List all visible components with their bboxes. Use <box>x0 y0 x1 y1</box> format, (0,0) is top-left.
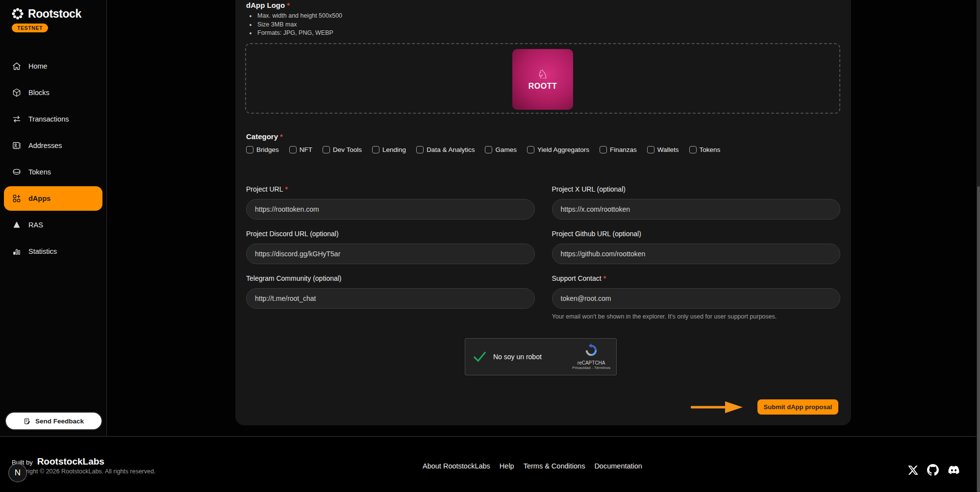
project-x-url-input[interactable] <box>552 199 841 220</box>
footer-link-documentation[interactable]: Documentation <box>594 462 642 470</box>
field-project-url: Project URL* <box>246 185 535 220</box>
knight-icon: ♘ <box>537 68 548 80</box>
rootstock-logo-icon <box>11 7 25 21</box>
checkbox[interactable] <box>416 146 424 153</box>
sidebar-item-label: dApps <box>28 195 50 202</box>
sidebar-item-addresses[interactable]: Addresses <box>0 132 106 159</box>
scrollbar-thumb[interactable] <box>977 186 980 492</box>
field-project-discord-url: Project Discord URL (optional) <box>246 230 535 264</box>
required-mark: * <box>285 185 287 193</box>
built-by: Built byRootstockLabs <box>12 456 104 467</box>
sidebar-item-home[interactable]: Home <box>0 53 106 79</box>
category-options: Bridges NFT Dev Tools Lending Data & Ana… <box>246 146 720 153</box>
logo-preview-tile[interactable]: ♘ ROOTT <box>512 49 573 110</box>
footer: Built byRootstockLabs Copyright © 2026 R… <box>0 436 980 492</box>
category-checkbox-data-analytics[interactable]: Data & Analytics <box>416 146 475 153</box>
support-contact-input[interactable] <box>552 288 841 309</box>
required-mark: * <box>287 1 290 9</box>
send-feedback-button[interactable]: Send Feedback <box>6 413 101 429</box>
field-telegram-community: Telegram Community (optional) <box>246 274 535 320</box>
category-checkbox-nft[interactable]: NFT <box>289 146 312 153</box>
overlay-badge[interactable]: N <box>8 464 27 482</box>
required-mark: * <box>603 274 606 282</box>
scrollbar[interactable] <box>977 0 980 492</box>
sidebar-item-tokens[interactable]: Tokens <box>0 159 106 185</box>
sidebar-item-label: Statistics <box>28 247 57 255</box>
submit-row: Submit dApp proposal <box>691 399 838 415</box>
footer-links: About RootstockLabs Help Terms & Conditi… <box>423 462 642 470</box>
category-checkbox-bridges[interactable]: Bridges <box>246 146 279 153</box>
checkbox[interactable] <box>647 146 654 153</box>
footer-link-about[interactable]: About RootstockLabs <box>423 462 490 470</box>
sidebar-item-transactions[interactable]: Transactions <box>0 106 106 132</box>
recaptcha-widget[interactable]: No soy un robot reCAPTCHA Privacidad - T… <box>465 338 617 375</box>
project-github-url-input[interactable] <box>552 244 841 264</box>
telegram-community-input[interactable] <box>246 288 535 309</box>
dapp-proposal-card: dApp Logo* Max. width and height 500x500… <box>235 0 851 425</box>
required-mark: * <box>280 132 283 141</box>
category-checkbox-tokens[interactable]: Tokens <box>689 146 721 153</box>
sidebar-item-dapps[interactable]: dApps <box>4 186 102 211</box>
category-checkbox-yield-aggregators[interactable]: Yield Aggregators <box>527 146 589 153</box>
recaptcha-check-icon <box>472 349 487 364</box>
project-url-input[interactable] <box>246 199 535 220</box>
discord-icon[interactable] <box>947 465 960 475</box>
category-checkbox-dev-tools[interactable]: Dev Tools <box>323 146 362 153</box>
category-label: Category* <box>246 132 283 141</box>
category-checkbox-games[interactable]: Games <box>485 146 517 153</box>
checkbox[interactable] <box>323 146 330 153</box>
checkbox[interactable] <box>289 146 297 153</box>
logo-dropzone[interactable]: ♘ ROOTT <box>245 43 840 114</box>
checkbox[interactable] <box>246 146 253 153</box>
sidebar-item-label: Tokens <box>28 168 51 176</box>
recaptcha-legal-links[interactable]: Privacidad - Términos <box>572 366 610 370</box>
url-fields-grid: Project URL* Project X URL (optional) Pr… <box>246 185 840 320</box>
send-feedback-label: Send Feedback <box>35 418 84 425</box>
field-support-contact: Support Contact* Your email won't be sho… <box>552 274 841 320</box>
x-twitter-icon[interactable] <box>907 465 919 476</box>
sidebar: Rootstock TESTNET Home Blocks Transacti <box>0 0 107 436</box>
app-root: Rootstock TESTNET Home Blocks Transacti <box>0 0 980 492</box>
submit-dapp-proposal-button[interactable]: Submit dApp proposal <box>757 399 838 415</box>
project-discord-url-input[interactable] <box>246 244 535 264</box>
statistics-icon <box>12 246 22 256</box>
social-links <box>907 464 960 476</box>
annotation-arrow-icon <box>691 400 745 415</box>
checkbox[interactable] <box>372 146 379 153</box>
sidebar-nav: Home Blocks Transactions <box>0 53 106 265</box>
category-checkbox-lending[interactable]: Lending <box>372 146 406 153</box>
checkbox[interactable] <box>485 146 492 153</box>
recaptcha-label: No soy un robot <box>493 353 542 361</box>
footer-link-terms[interactable]: Terms & Conditions <box>524 462 585 470</box>
logo-requirement: Size 3MB max <box>256 21 342 29</box>
field-project-x-url: Project X URL (optional) <box>552 185 841 220</box>
dapp-logo-label: dApp Logo* <box>246 1 290 9</box>
recaptcha-name: reCAPTCHA <box>572 360 610 366</box>
feedback-icon <box>24 418 31 425</box>
blocks-icon <box>12 88 22 98</box>
field-label: Telegram Community (optional) <box>246 274 535 282</box>
sidebar-item-blocks[interactable]: Blocks <box>0 79 106 106</box>
checkbox[interactable] <box>600 146 607 153</box>
checkbox[interactable] <box>689 146 697 153</box>
sidebar-item-ras[interactable]: RAS <box>0 212 106 238</box>
sidebar-item-statistics[interactable]: Statistics <box>0 238 106 265</box>
github-icon[interactable] <box>927 464 939 476</box>
addresses-icon <box>12 141 22 150</box>
recaptcha-brand: reCAPTCHA Privacidad - Términos <box>572 343 610 370</box>
tokens-icon <box>12 167 22 177</box>
dapps-icon <box>12 194 22 203</box>
checkbox[interactable] <box>527 146 534 153</box>
category-checkbox-finanzas[interactable]: Finanzas <box>600 146 637 153</box>
footer-link-help[interactable]: Help <box>500 462 514 470</box>
field-label: Support Contact* <box>552 274 841 282</box>
company-name[interactable]: RootstockLabs <box>37 456 104 467</box>
category-checkbox-wallets[interactable]: Wallets <box>647 146 679 153</box>
sidebar-item-label: Transactions <box>28 115 69 123</box>
logo-preview-text: ROOTT <box>528 82 557 91</box>
brand-name: Rootstock <box>28 7 81 21</box>
logo-requirement: Formats: JPG, PNG, WEBP <box>256 29 342 38</box>
field-project-github-url: Project Github URL (optional) <box>552 230 841 264</box>
brand[interactable]: Rootstock <box>11 7 81 21</box>
logo-requirements: Max. width and height 500x500 Size 3MB m… <box>249 12 342 38</box>
